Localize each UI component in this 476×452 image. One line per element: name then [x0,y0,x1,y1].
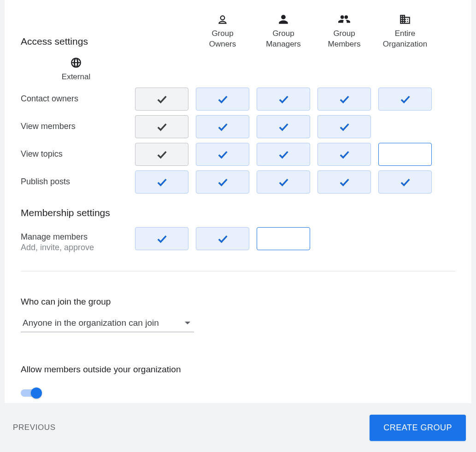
permission-0-1[interactable] [196,88,249,111]
row-label: Manage members [21,225,131,242]
permission-1-1[interactable] [196,115,249,138]
permission-3-4[interactable] [378,170,432,194]
globe-icon [21,53,131,72]
join-select-value: Anyone in the organization can join [23,318,159,328]
permission-2-4[interactable] [378,143,432,166]
permission-2-0[interactable] [135,143,188,166]
row-label: Publish posts [21,170,131,194]
join-section: Who can join the group Anyone in the org… [21,297,455,332]
permission-1-0[interactable] [135,115,188,138]
column-label: Group [212,29,233,38]
settings-card: GroupOwners GroupManagers GroupMembers E… [5,0,471,403]
column-label: Managers [266,40,301,48]
column-label: Organization [383,40,427,48]
permission-2-2[interactable] [257,143,310,166]
column-label: Owners [209,40,236,48]
permissions-grid: GroupOwners GroupManagers GroupMembers E… [21,9,455,85]
membership-settings-heading: Membership settings [21,196,455,225]
permission-3-3[interactable] [317,170,371,194]
column-label: Group [272,29,294,38]
organization-icon [375,10,435,29]
divider [21,271,455,271]
row-hint: Add, invite, approve [21,243,131,252]
allow-external-heading: Allow members outside your organization [21,364,455,375]
column-header-organization: EntireOrganization [375,10,435,53]
column-header-managers: GroupManagers [253,10,314,53]
toggle-thumb [31,387,42,399]
join-heading: Who can join the group [21,297,455,307]
permission-2-1[interactable] [196,143,249,166]
permission-0-0[interactable] [135,88,188,111]
footer: PREVIOUS CREATE GROUP [0,403,476,452]
column-label: Group [333,29,355,38]
join-select[interactable]: Anyone in the organization can join [21,315,194,332]
permission-0-4[interactable] [378,88,432,111]
row-label: Contact owners [21,87,131,111]
people-solid-icon [314,10,375,29]
person-solid-icon [253,10,314,29]
column-label: Entire [395,29,415,38]
allow-external-section: Allow members outside your organization [21,364,455,399]
permission-2-3[interactable] [317,143,371,166]
allow-external-toggle[interactable] [21,387,45,399]
permission-1-2[interactable] [257,115,310,138]
permission-0-1[interactable] [196,227,249,250]
previous-button[interactable]: PREVIOUS [10,418,59,437]
permission-0-3[interactable] [317,88,371,111]
column-header-members: GroupMembers [314,10,375,53]
permission-0-2[interactable] [257,88,310,111]
column-label: External [62,72,90,81]
row-label: View topics [21,142,131,166]
person-outline-icon [192,10,253,29]
permission-3-2[interactable] [257,170,310,194]
permission-1-3[interactable] [317,115,371,138]
access-settings-heading: Access settings [21,9,131,53]
permission-3-0[interactable] [135,170,188,194]
permission-3-1[interactable] [196,170,249,194]
column-label: Members [328,40,361,48]
column-header-owners: GroupOwners [192,10,253,53]
permission-0-0[interactable] [135,227,188,250]
chevron-down-icon [185,322,190,324]
row-label: View members [21,114,131,139]
permission-0-2[interactable] [257,227,310,250]
column-header-external: External [21,53,131,85]
create-group-button[interactable]: CREATE GROUP [370,415,466,441]
